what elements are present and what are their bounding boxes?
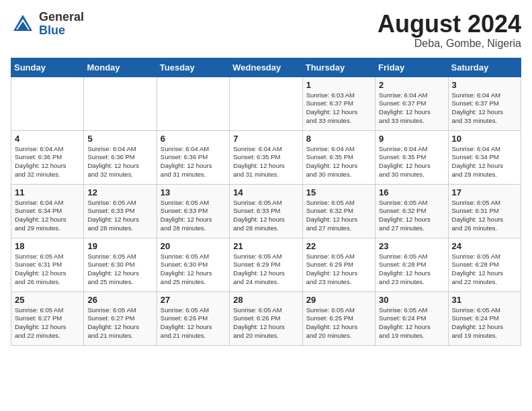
day-info: Sunrise: 6:04 AM Sunset: 6:36 PM Dayligh… <box>15 145 80 179</box>
day-info: Sunrise: 6:04 AM Sunset: 6:36 PM Dayligh… <box>87 145 152 179</box>
day-info: Sunrise: 6:05 AM Sunset: 6:27 PM Dayligh… <box>87 306 152 340</box>
day-number: 21 <box>233 241 298 251</box>
day-cell: 30Sunrise: 6:05 AM Sunset: 6:24 PM Dayli… <box>375 291 448 345</box>
day-number: 15 <box>306 187 371 197</box>
day-cell: 8Sunrise: 6:04 AM Sunset: 6:35 PM Daylig… <box>302 130 375 184</box>
day-info: Sunrise: 6:04 AM Sunset: 6:37 PM Dayligh… <box>379 91 444 126</box>
week-row-4: 18Sunrise: 6:05 AM Sunset: 6:31 PM Dayli… <box>11 238 521 291</box>
day-number: 11 <box>15 187 80 197</box>
day-info: Sunrise: 6:05 AM Sunset: 6:29 PM Dayligh… <box>233 253 298 287</box>
day-cell: 9Sunrise: 6:04 AM Sunset: 6:35 PM Daylig… <box>375 130 448 184</box>
calendar-header: SundayMondayTuesdayWednesdayThursdayFrid… <box>11 58 521 77</box>
day-info: Sunrise: 6:05 AM Sunset: 6:30 PM Dayligh… <box>87 253 152 287</box>
day-cell: 1Sunrise: 6:03 AM Sunset: 6:37 PM Daylig… <box>302 77 375 130</box>
day-info: Sunrise: 6:05 AM Sunset: 6:33 PM Dayligh… <box>161 199 226 233</box>
day-info: Sunrise: 6:05 AM Sunset: 6:31 PM Dayligh… <box>15 253 80 287</box>
day-number: 25 <box>15 295 80 305</box>
day-number: 14 <box>233 187 298 197</box>
day-cell: 5Sunrise: 6:04 AM Sunset: 6:36 PM Daylig… <box>84 130 157 184</box>
title-block: August 2024 Deba, Gombe, Nigeria <box>378 11 521 50</box>
header-row: SundayMondayTuesdayWednesdayThursdayFrid… <box>11 58 521 77</box>
logo: General Blue <box>11 11 84 38</box>
day-info: Sunrise: 6:05 AM Sunset: 6:32 PM Dayligh… <box>379 199 444 233</box>
day-number: 6 <box>161 134 226 144</box>
calendar-table: SundayMondayTuesdayWednesdayThursdayFrid… <box>11 58 521 346</box>
day-cell: 17Sunrise: 6:05 AM Sunset: 6:31 PM Dayli… <box>448 184 521 238</box>
day-info: Sunrise: 6:05 AM Sunset: 6:30 PM Dayligh… <box>161 253 226 287</box>
day-cell: 23Sunrise: 6:05 AM Sunset: 6:28 PM Dayli… <box>375 238 448 291</box>
day-number: 10 <box>452 134 517 144</box>
day-number: 24 <box>452 241 517 251</box>
day-info: Sunrise: 6:04 AM Sunset: 6:37 PM Dayligh… <box>452 91 517 126</box>
day-info: Sunrise: 6:05 AM Sunset: 6:31 PM Dayligh… <box>452 199 517 233</box>
col-header-tuesday: Tuesday <box>157 58 229 77</box>
page-header: General Blue August 2024 Deba, Gombe, Ni… <box>11 11 521 50</box>
col-header-sunday: Sunday <box>11 58 84 77</box>
week-row-2: 4Sunrise: 6:04 AM Sunset: 6:36 PM Daylig… <box>11 130 521 184</box>
day-cell: 15Sunrise: 6:05 AM Sunset: 6:32 PM Dayli… <box>302 184 375 238</box>
day-cell: 6Sunrise: 6:04 AM Sunset: 6:36 PM Daylig… <box>157 130 229 184</box>
day-number: 28 <box>233 295 298 305</box>
calendar-subtitle: Deba, Gombe, Nigeria <box>378 38 521 50</box>
col-header-saturday: Saturday <box>448 58 521 77</box>
day-cell: 3Sunrise: 6:04 AM Sunset: 6:37 PM Daylig… <box>448 77 521 130</box>
day-number: 29 <box>306 295 371 305</box>
day-cell <box>11 77 84 130</box>
day-cell: 4Sunrise: 6:04 AM Sunset: 6:36 PM Daylig… <box>11 130 84 184</box>
week-row-5: 25Sunrise: 6:05 AM Sunset: 6:27 PM Dayli… <box>11 291 521 345</box>
day-cell: 7Sunrise: 6:04 AM Sunset: 6:35 PM Daylig… <box>230 130 302 184</box>
day-info: Sunrise: 6:05 AM Sunset: 6:28 PM Dayligh… <box>452 253 517 287</box>
day-number: 12 <box>87 187 152 197</box>
day-number: 30 <box>379 295 444 305</box>
day-number: 1 <box>306 80 371 90</box>
week-row-1: 1Sunrise: 6:03 AM Sunset: 6:37 PM Daylig… <box>11 77 521 130</box>
day-number: 9 <box>379 134 444 144</box>
day-info: Sunrise: 6:05 AM Sunset: 6:26 PM Dayligh… <box>233 306 298 340</box>
day-info: Sunrise: 6:04 AM Sunset: 6:35 PM Dayligh… <box>233 145 298 179</box>
logo-icon <box>11 12 35 36</box>
day-number: 31 <box>452 295 517 305</box>
day-info: Sunrise: 6:05 AM Sunset: 6:33 PM Dayligh… <box>87 199 152 233</box>
day-number: 8 <box>306 134 371 144</box>
day-number: 26 <box>87 295 152 305</box>
day-info: Sunrise: 6:03 AM Sunset: 6:37 PM Dayligh… <box>306 91 371 126</box>
day-number: 17 <box>452 187 517 197</box>
day-cell: 25Sunrise: 6:05 AM Sunset: 6:27 PM Dayli… <box>11 291 84 345</box>
day-cell: 11Sunrise: 6:04 AM Sunset: 6:34 PM Dayli… <box>11 184 84 238</box>
day-info: Sunrise: 6:05 AM Sunset: 6:33 PM Dayligh… <box>233 199 298 233</box>
day-cell <box>157 77 229 130</box>
logo-general-text: General <box>39 11 84 24</box>
col-header-thursday: Thursday <box>302 58 375 77</box>
day-cell: 20Sunrise: 6:05 AM Sunset: 6:30 PM Dayli… <box>157 238 229 291</box>
day-number: 18 <box>15 241 80 251</box>
day-info: Sunrise: 6:04 AM Sunset: 6:34 PM Dayligh… <box>452 145 517 179</box>
col-header-wednesday: Wednesday <box>230 58 302 77</box>
day-number: 19 <box>87 241 152 251</box>
day-number: 13 <box>161 187 226 197</box>
day-info: Sunrise: 6:05 AM Sunset: 6:28 PM Dayligh… <box>379 253 444 287</box>
day-cell: 13Sunrise: 6:05 AM Sunset: 6:33 PM Dayli… <box>157 184 229 238</box>
col-header-friday: Friday <box>375 58 448 77</box>
day-cell: 2Sunrise: 6:04 AM Sunset: 6:37 PM Daylig… <box>375 77 448 130</box>
week-row-3: 11Sunrise: 6:04 AM Sunset: 6:34 PM Dayli… <box>11 184 521 238</box>
day-info: Sunrise: 6:05 AM Sunset: 6:24 PM Dayligh… <box>379 306 444 340</box>
logo-blue-text: Blue <box>39 24 84 38</box>
day-cell: 16Sunrise: 6:05 AM Sunset: 6:32 PM Dayli… <box>375 184 448 238</box>
day-cell: 10Sunrise: 6:04 AM Sunset: 6:34 PM Dayli… <box>448 130 521 184</box>
day-info: Sunrise: 6:05 AM Sunset: 6:25 PM Dayligh… <box>306 306 371 340</box>
day-number: 7 <box>233 134 298 144</box>
day-cell: 28Sunrise: 6:05 AM Sunset: 6:26 PM Dayli… <box>230 291 302 345</box>
calendar-title: August 2024 <box>378 11 521 38</box>
day-cell: 22Sunrise: 6:05 AM Sunset: 6:29 PM Dayli… <box>302 238 375 291</box>
day-number: 22 <box>306 241 371 251</box>
day-number: 23 <box>379 241 444 251</box>
day-number: 4 <box>15 134 80 144</box>
day-number: 5 <box>87 134 152 144</box>
day-cell: 26Sunrise: 6:05 AM Sunset: 6:27 PM Dayli… <box>84 291 157 345</box>
logo-text: General Blue <box>39 11 84 38</box>
calendar-body: 1Sunrise: 6:03 AM Sunset: 6:37 PM Daylig… <box>11 77 521 345</box>
day-number: 3 <box>452 80 517 90</box>
day-info: Sunrise: 6:04 AM Sunset: 6:35 PM Dayligh… <box>379 145 444 179</box>
col-header-monday: Monday <box>84 58 157 77</box>
day-info: Sunrise: 6:04 AM Sunset: 6:34 PM Dayligh… <box>15 199 80 233</box>
